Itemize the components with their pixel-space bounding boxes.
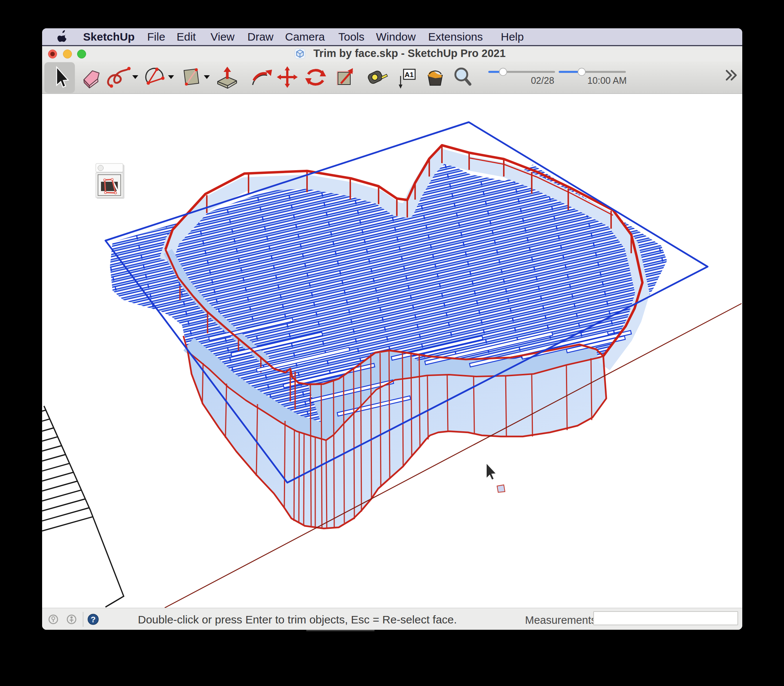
svg-text:?: ? [90, 615, 95, 624]
svg-text:10:00 AM: 10:00 AM [587, 75, 627, 86]
svg-text:02/28: 02/28 [531, 75, 555, 86]
svg-text:A1: A1 [405, 71, 414, 78]
